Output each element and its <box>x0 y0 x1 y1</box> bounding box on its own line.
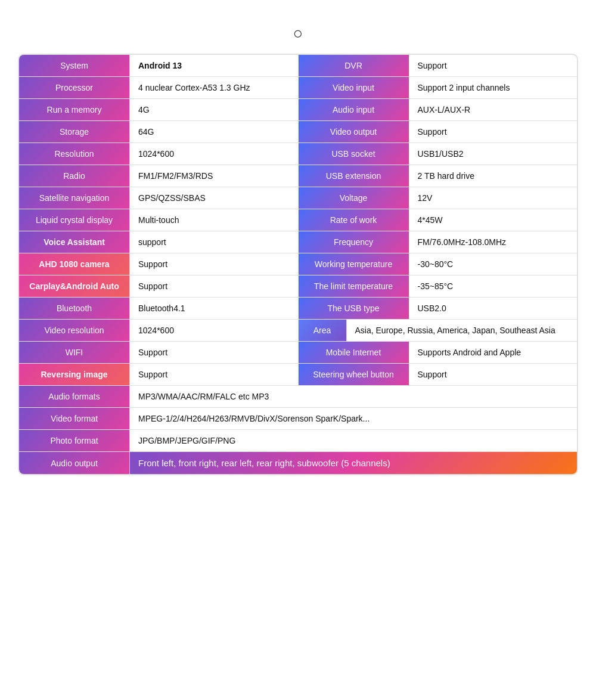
single-col-section: Audio formatsMP3/WMA/AAC/RM/FALC etc MP3… <box>19 386 577 452</box>
param-value: Support <box>409 121 578 143</box>
param-value: Supports Android and Apple <box>409 342 578 363</box>
param-value: 12V <box>409 187 578 209</box>
table-row: Carplay&Android AutoSupportThe limit tem… <box>19 275 577 298</box>
table-row: Processor4 nuclear Cortex-A53 1.3 GHzVid… <box>19 77 577 99</box>
param-label: Reversing image <box>19 364 129 385</box>
param-label: USB extension <box>299 165 409 187</box>
table-row: Run a memory4GAudio inputAUX-L/AUX-R <box>19 99 577 121</box>
param-label: Audio formats <box>19 386 129 407</box>
param-value: 4*45W <box>409 209 578 231</box>
table-row: Photo formatJPG/BMP/JEPG/GIF/PNG <box>19 430 577 452</box>
param-value: 64G <box>129 121 298 143</box>
param-label: Processor <box>19 77 129 98</box>
param-value: Android 13 <box>129 55 298 76</box>
param-value: 1024*600 <box>129 320 298 341</box>
table-row: Audio formatsMP3/WMA/AAC/RM/FALC etc MP3 <box>19 386 577 408</box>
param-value: Support 2 input channels <box>409 77 578 98</box>
param-label: Steering wheel button <box>299 364 409 385</box>
param-label: DVR <box>299 55 409 76</box>
table-row: SystemAndroid 13DVRSupport <box>19 55 577 77</box>
table-row: Video formatMPEG-1/2/4/H264/H263/RMVB/Di… <box>19 408 577 430</box>
param-value: Support <box>129 275 298 297</box>
audio-output-value: Front left, front right, rear left, rear… <box>129 452 577 474</box>
audio-output-label: Audio output <box>19 452 129 474</box>
param-label: WIFI <box>19 342 129 363</box>
two-col-section: SystemAndroid 13DVRSupportProcessor4 nuc… <box>19 55 577 386</box>
param-label: Liquid crystal display <box>19 209 129 231</box>
param-label: Run a memory <box>19 99 129 120</box>
param-label: Carplay&Android Auto <box>19 275 129 297</box>
param-value: FM/76.0MHz-108.0MHz <box>409 231 578 253</box>
table-row: BluetoothBluetooth4.1The USB typeUSB2.0 <box>19 298 577 320</box>
table-row: Reversing imageSupportSteering wheel but… <box>19 364 577 386</box>
param-value: Support <box>409 364 578 385</box>
param-label: USB socket <box>299 143 409 165</box>
param-value: AUX-L/AUX-R <box>409 99 578 120</box>
table-row: Satellite navigationGPS/QZSS/SBASVoltage… <box>19 187 577 209</box>
table-row: Video resolution1024*600AreaAsia, Europe… <box>19 320 577 342</box>
table-row: RadioFM1/FM2/FM3/RDSUSB extension2 TB ha… <box>19 165 577 187</box>
param-label: Voice Assistant <box>19 231 129 253</box>
param-label: Frequency <box>299 231 409 253</box>
param-value: Support <box>409 55 578 76</box>
table-row: Storage64GVideo outputSupport <box>19 121 577 143</box>
param-label: Audio input <box>299 99 409 120</box>
table-row: Liquid crystal displayMulti-touchRate of… <box>19 209 577 231</box>
param-label: Storage <box>19 121 129 143</box>
param-label: Video output <box>299 121 409 143</box>
param-value: Support <box>129 364 298 385</box>
param-value: GPS/QZSS/SBAS <box>129 187 298 209</box>
param-label: Voltage <box>299 187 409 209</box>
param-value: FM1/FM2/FM3/RDS <box>129 165 298 187</box>
param-value: Support <box>129 253 298 275</box>
param-label: Working temperature <box>299 253 409 275</box>
param-value: USB2.0 <box>409 298 578 319</box>
param-label: Bluetooth <box>19 298 129 319</box>
param-label: Area <box>299 320 346 341</box>
table-row: AHD 1080 cameraSupportWorking temperatur… <box>19 253 577 275</box>
param-value: Multi-touch <box>129 209 298 231</box>
decorative-circle: ○ <box>18 24 578 43</box>
audio-output-row: Audio outputFront left, front right, rea… <box>19 452 577 474</box>
param-label: Mobile Internet <box>299 342 409 363</box>
table-row: Voice AssistantsupportFrequencyFM/76.0MH… <box>19 231 577 253</box>
param-label: Satellite navigation <box>19 187 129 209</box>
param-value: MP3/WMA/AAC/RM/FALC etc MP3 <box>129 386 577 407</box>
param-value: Support <box>129 342 298 363</box>
param-value: 4 nuclear Cortex-A53 1.3 GHz <box>129 77 298 98</box>
param-value: support <box>129 231 298 253</box>
param-value: -35~85°C <box>409 275 578 297</box>
param-value: 2 TB hard drive <box>409 165 578 187</box>
param-value: 4G <box>129 99 298 120</box>
param-value: 1024*600 <box>129 143 298 165</box>
param-value: MPEG-1/2/4/H264/H263/RMVB/DivX/Sorenson … <box>129 408 577 429</box>
param-label: System <box>19 55 129 76</box>
param-value: Bluetooth4.1 <box>129 298 298 319</box>
param-value: -30~80°C <box>409 253 578 275</box>
param-label: Video resolution <box>19 320 129 341</box>
table-row: WIFISupportMobile InternetSupports Andro… <box>19 342 577 364</box>
param-value: JPG/BMP/JEPG/GIF/PNG <box>129 430 577 451</box>
param-label: Photo format <box>19 430 129 451</box>
param-label: Resolution <box>19 143 129 165</box>
param-label: Radio <box>19 165 129 187</box>
param-label: The USB type <box>299 298 409 319</box>
param-label: The limit temperature <box>299 275 409 297</box>
audio-output-section: Audio outputFront left, front right, rea… <box>19 452 577 474</box>
param-value: USB1/USB2 <box>409 143 578 165</box>
param-label: Rate of work <box>299 209 409 231</box>
parameters-table: SystemAndroid 13DVRSupportProcessor4 nuc… <box>18 54 578 475</box>
param-value: Asia, Europe, Russia, America, Japan, So… <box>346 320 578 341</box>
param-label: Video input <box>299 77 409 98</box>
param-label: Video format <box>19 408 129 429</box>
table-row: Resolution1024*600USB socketUSB1/USB2 <box>19 143 577 165</box>
param-label: AHD 1080 camera <box>19 253 129 275</box>
